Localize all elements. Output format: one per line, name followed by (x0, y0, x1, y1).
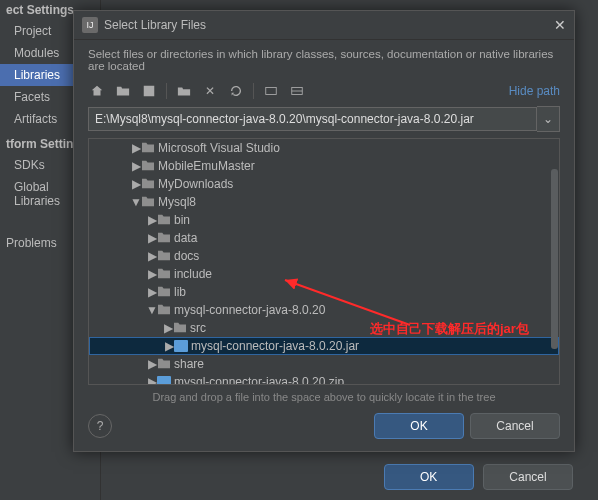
tree-row[interactable]: ▶MobileEmuMaster (89, 157, 559, 175)
chevron-right-icon[interactable]: ▶ (131, 141, 141, 155)
chevron-down-icon[interactable]: ▼ (147, 303, 157, 317)
tree-node-label: mysql-connector-java-8.0.20.zip (174, 375, 344, 385)
chevron-right-icon[interactable]: ▶ (147, 285, 157, 299)
tree-row[interactable]: ▶src (89, 319, 559, 337)
archive-icon (174, 340, 188, 352)
folder-icon (157, 303, 171, 318)
tree-scrollbar[interactable] (551, 169, 558, 349)
new-folder-icon[interactable] (175, 82, 193, 100)
close-icon[interactable]: ✕ (554, 17, 566, 33)
svg-rect-0 (144, 86, 155, 97)
tree-row[interactable]: ▶data (89, 229, 559, 247)
tree-node-label: MyDownloads (158, 177, 233, 191)
tree-node-label: mysql-connector-java-8.0.20 (174, 303, 325, 317)
dialog-description: Select files or directories in which lib… (74, 40, 574, 78)
tree-node-label: docs (174, 249, 199, 263)
help-button[interactable]: ? (88, 414, 112, 438)
chevron-right-icon[interactable]: ▶ (147, 213, 157, 227)
tree-node-label: mysql-connector-java-8.0.20.jar (191, 339, 359, 353)
folder-icon (141, 177, 155, 192)
folder-icon (141, 141, 155, 156)
intellij-icon: IJ (82, 17, 98, 33)
chevron-down-icon[interactable]: ▼ (131, 195, 141, 209)
tree-row[interactable]: ▶bin (89, 211, 559, 229)
chevron-right-icon[interactable]: ▶ (131, 177, 141, 191)
path-input[interactable] (88, 107, 537, 131)
root: ect Settings Project Modules Libraries F… (0, 0, 598, 500)
folder-icon (141, 195, 155, 210)
cancel-button[interactable]: Cancel (470, 413, 560, 439)
chevron-right-icon[interactable]: ▶ (147, 357, 157, 371)
chevron-right-icon[interactable]: ▶ (164, 339, 174, 353)
tree-node-label: data (174, 231, 197, 245)
project-icon[interactable] (140, 82, 158, 100)
svg-rect-1 (266, 88, 277, 95)
tree-node-label: Mysql8 (158, 195, 196, 209)
folder-icon (157, 267, 171, 282)
chevron-right-icon[interactable]: ▶ (163, 321, 173, 335)
tree-row[interactable]: ▶lib (89, 283, 559, 301)
folder-icon (157, 357, 171, 372)
archive-icon (157, 376, 171, 385)
tree-row[interactable]: ▶mysql-connector-java-8.0.20.zip (89, 373, 559, 385)
folder-icon[interactable] (114, 82, 132, 100)
path-field-row: ⌄ (88, 106, 560, 132)
chevron-right-icon[interactable]: ▶ (131, 159, 141, 173)
refresh-icon[interactable] (227, 82, 245, 100)
folder-icon (173, 321, 187, 336)
select-library-files-dialog: IJ Select Library Files ✕ Select files o… (73, 10, 575, 452)
chevron-right-icon[interactable]: ▶ (147, 231, 157, 245)
file-chooser-toolbar: ✕ Hide path (74, 78, 574, 102)
background-ok-button[interactable]: OK (384, 464, 474, 490)
delete-icon[interactable]: ✕ (201, 82, 219, 100)
history-dropdown-icon[interactable]: ⌄ (537, 106, 560, 132)
dialog-title: Select Library Files (104, 18, 206, 32)
tree-node-label: bin (174, 213, 190, 227)
toolbar-separator (166, 83, 167, 99)
tree-node-label: MobileEmuMaster (158, 159, 255, 173)
folder-icon (157, 285, 171, 300)
chevron-right-icon[interactable]: ▶ (147, 249, 157, 263)
tree-row[interactable]: ▶MyDownloads (89, 175, 559, 193)
tree-node-label: Microsoft Visual Studio (158, 141, 280, 155)
folder-icon (157, 249, 171, 264)
tree-node-label: lib (174, 285, 186, 299)
tree-node-label: include (174, 267, 212, 281)
tree-row[interactable]: ▶mysql-connector-java-8.0.20.jar (89, 337, 559, 355)
folder-icon (141, 159, 155, 174)
folder-icon (157, 213, 171, 228)
show-hidden-icon[interactable] (262, 82, 280, 100)
toolbar-separator (253, 83, 254, 99)
tree-row[interactable]: ▼mysql-connector-java-8.0.20 (89, 301, 559, 319)
dialog-button-bar: ? OK Cancel (74, 407, 574, 451)
tree-row[interactable]: ▶Microsoft Visual Studio (89, 139, 559, 157)
dialog-titlebar[interactable]: IJ Select Library Files ✕ (74, 11, 574, 40)
background-cancel-button[interactable]: Cancel (483, 464, 573, 490)
file-tree[interactable]: ▶Microsoft Visual Studio▶MobileEmuMaster… (88, 138, 560, 385)
tree-node-label: src (190, 321, 206, 335)
tree-row[interactable]: ▶include (89, 265, 559, 283)
chevron-right-icon[interactable]: ▶ (147, 267, 157, 281)
tree-node-label: share (174, 357, 204, 371)
tree-row[interactable]: ▶share (89, 355, 559, 373)
drop-hint: Drag and drop a file into the space abov… (74, 385, 574, 407)
ok-button[interactable]: OK (374, 413, 464, 439)
chevron-right-icon[interactable]: ▶ (147, 375, 157, 385)
tree-row[interactable]: ▶docs (89, 247, 559, 265)
home-icon[interactable] (88, 82, 106, 100)
hide-path-link[interactable]: Hide path (509, 84, 560, 98)
tree-row[interactable]: ▼Mysql8 (89, 193, 559, 211)
show-hidden2-icon[interactable] (288, 82, 306, 100)
folder-icon (157, 231, 171, 246)
background-dialog-buttons: OK Cancel (378, 464, 573, 490)
